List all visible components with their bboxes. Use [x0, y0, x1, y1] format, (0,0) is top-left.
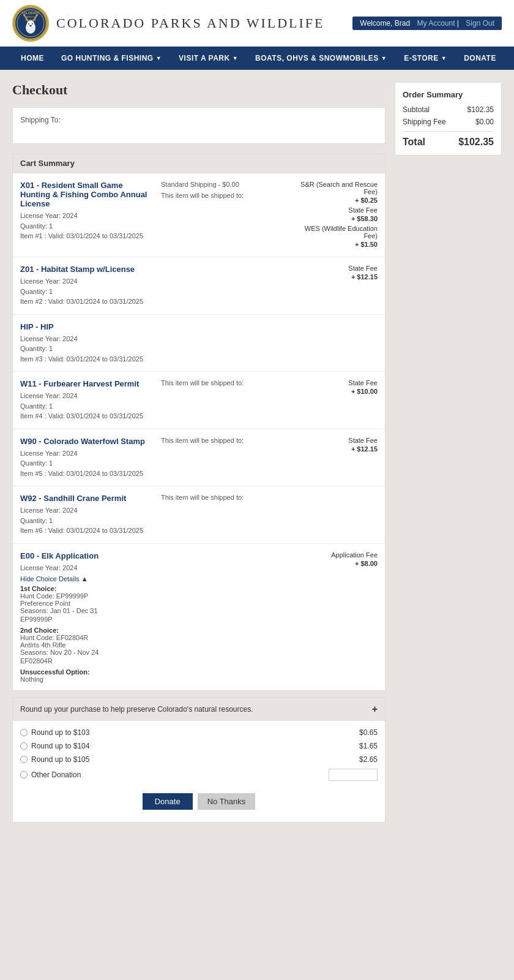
roundup-left: Round up to $103: [20, 728, 89, 737]
item-name: W92 - Sandhill Crane Permit: [20, 494, 155, 503]
item-info: X01 - Resident Small Game Hunting & Fish…: [20, 181, 155, 249]
item-detail: Quantity: 1: [20, 516, 155, 526]
site-title: COLORADO PARKS AND WILDLIFE: [56, 15, 325, 31]
my-account-link[interactable]: My Account: [417, 19, 455, 28]
item-validity: Item #5 : Valid: 03/01/2024 to 03/31/202…: [20, 469, 155, 479]
roundup-actions: Donate No Thanks: [20, 788, 378, 815]
item-name: W11 - Furbearer Harvest Permit: [20, 379, 155, 388]
item-validity: Item #2 : Valid: 03/01/2024 to 03/31/202…: [20, 296, 155, 307]
item-detail: License Year: 2024: [20, 276, 155, 287]
roundup-option-105: Round up to $105 $2.65: [20, 755, 378, 764]
chevron-down-icon: ▼: [156, 55, 162, 61]
svg-point-14: [32, 23, 33, 24]
item-shipping: This item will be shipped to:: [161, 437, 292, 479]
roundup-left: Round up to $104: [20, 742, 89, 750]
welcome-text: Welcome, Brad: [360, 19, 410, 28]
radio-other[interactable]: [20, 771, 28, 778]
main-content: Checkout Shipping To: Cart Summary X01 -…: [0, 70, 514, 835]
right-panel: Order Summary Subtotal $102.35 Shipping …: [395, 82, 502, 823]
table-row: W92 - Sandhill Crane Permit License Year…: [13, 486, 385, 544]
cart-header: Cart Summary: [13, 154, 385, 173]
roundup-left: Round up to $105: [20, 755, 89, 764]
nav-estore[interactable]: E-STORE ▼: [395, 47, 455, 70]
item-detail: Quantity: 1: [20, 344, 155, 354]
item-name: HIP - HIP: [20, 322, 155, 331]
nav-user-icon[interactable]: 👤: [505, 47, 514, 70]
roundup-amount-105: $2.65: [359, 755, 378, 764]
table-row: W90 - Colorado Waterfowl Stamp License Y…: [13, 429, 385, 487]
roundup-label-104: Round up to $104: [31, 742, 89, 750]
item-fees: State Fee + $10.00: [298, 379, 378, 421]
order-total-row: Total $102.35: [403, 131, 494, 148]
roundup-option-104: Round up to $104 $1.65: [20, 742, 378, 750]
table-row: HIP - HIP License Year: 2024 Quantity: 1…: [13, 315, 385, 372]
table-row: E00 - Elk Application License Year: 2024…: [13, 544, 385, 691]
item-info: W90 - Colorado Waterfowl Stamp License Y…: [20, 437, 155, 479]
item-validity: Item #1 : Valid: 03/01/2024 to 03/31/202…: [20, 231, 155, 241]
shipping-label: Shipping To:: [20, 116, 61, 124]
item-shipping: [161, 265, 292, 307]
item-fees: Application Fee + $8.00: [298, 551, 378, 684]
roundup-text: Round up your purchase to help preserve …: [20, 705, 253, 714]
nav-boats[interactable]: BOATS, OHVS & SNOWMOBILES ▼: [247, 47, 395, 70]
left-panel: Checkout Shipping To: Cart Summary X01 -…: [12, 82, 386, 823]
hide-choice-toggle[interactable]: Hide Choice Details ▲: [20, 575, 88, 582]
total-value: $102.35: [458, 137, 494, 148]
item-detail: License Year: 2024: [20, 391, 155, 401]
table-row: X01 - Resident Small Game Hunting & Fish…: [13, 173, 385, 257]
nav-hunting-fishing[interactable]: GO HUNTING & FISHING ▼: [53, 47, 170, 70]
chevron-down-icon: ▼: [381, 55, 387, 61]
total-label: Total: [403, 137, 425, 148]
plus-icon: +: [372, 704, 378, 715]
roundup-amount-103: $0.65: [359, 728, 378, 737]
svg-point-13: [28, 23, 29, 24]
shipping-box: Shipping To:: [12, 107, 386, 144]
table-row: W11 - Furbearer Harvest Permit License Y…: [13, 372, 385, 429]
item-detail: License Year: 2024: [20, 334, 155, 344]
radio-104[interactable]: [20, 742, 28, 750]
roundup-option-103: Round up to $103 $0.65: [20, 728, 378, 737]
nav-home[interactable]: HOME: [12, 47, 53, 70]
order-summary-title: Order Summary: [403, 90, 494, 99]
no-thanks-button[interactable]: No Thanks: [198, 793, 256, 810]
item-shipping: This item will be shipped to:: [161, 494, 292, 536]
item-fees: State Fee + $12.15: [298, 437, 378, 479]
item-info: W11 - Furbearer Harvest Permit License Y…: [20, 379, 155, 421]
site-logo: COLORADO PARKS & WILDLIFE COLORAD: [12, 5, 325, 42]
order-shipping-row: Shipping Fee $0.00: [403, 118, 494, 126]
item-detail: Quantity: 1: [20, 401, 155, 412]
chevron-down-icon: ▼: [441, 55, 447, 61]
logo-circle: COLORADO PARKS & WILDLIFE: [12, 5, 49, 42]
shipping-fee-value: $0.00: [475, 118, 494, 126]
sign-out-link[interactable]: Sign Out: [466, 19, 494, 28]
item-detail: Quantity: 1: [20, 221, 155, 232]
chevron-down-icon: ▼: [233, 55, 238, 61]
item-fees: S&R (Search and Rescue Fee) + $0.25 Stat…: [298, 181, 378, 249]
roundup-left: Other Donation: [20, 771, 81, 779]
item-fees: [298, 322, 378, 364]
item-detail: Quantity: 1: [20, 287, 155, 297]
page-title: Checkout: [12, 82, 386, 98]
roundup-box: Round up your purchase to help preserve …: [12, 697, 386, 823]
nav-donate[interactable]: DONATE: [455, 47, 505, 70]
svg-line-12: [36, 14, 37, 17]
nav-visit-park[interactable]: VISIT A PARK ▼: [170, 47, 247, 70]
elk-choices: Hide Choice Details ▲ 1st Choice: Hunt C…: [20, 575, 155, 683]
subtotal-label: Subtotal: [403, 105, 430, 114]
cart-summary-box: Cart Summary X01 - Resident Small Game H…: [12, 153, 386, 691]
item-validity: Item #4 : Valid: 03/01/2024 to 03/31/202…: [20, 411, 155, 421]
roundup-amount-104: $1.65: [359, 742, 378, 750]
donate-button[interactable]: Donate: [143, 793, 193, 810]
radio-103[interactable]: [20, 729, 28, 736]
item-validity: Item #3 : Valid: 03/01/2024 to 03/31/202…: [20, 354, 155, 364]
radio-105[interactable]: [20, 756, 28, 763]
item-info: E00 - Elk Application License Year: 2024…: [20, 551, 155, 684]
roundup-content: Round up to $103 $0.65 Round up to $104 …: [13, 721, 385, 822]
order-subtotal-row: Subtotal $102.35: [403, 105, 494, 114]
roundup-label-105: Round up to $105: [31, 755, 89, 764]
item-shipping: [161, 322, 292, 364]
item-detail: License Year: 2024: [20, 505, 155, 516]
other-donation-input[interactable]: [329, 769, 378, 781]
main-nav: HOME GO HUNTING & FISHING ▼ VISIT A PARK…: [0, 47, 514, 70]
item-detail: License Year: 2024: [20, 563, 155, 573]
